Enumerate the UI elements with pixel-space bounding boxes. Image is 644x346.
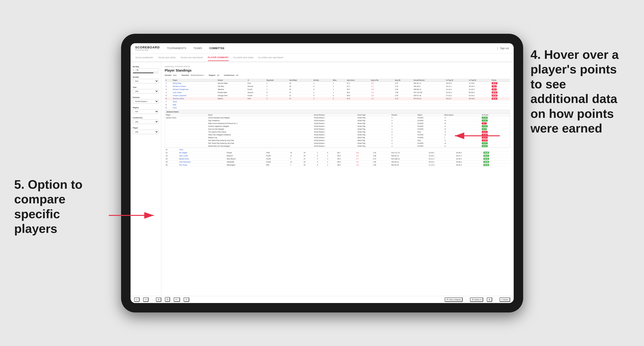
cell-yr: First	[247, 82, 266, 85]
cell-player[interactable]: Michael La Sasso	[172, 85, 217, 88]
cell-avg-sg	[394, 100, 413, 103]
points-badge[interactable]: 76.3	[492, 85, 497, 87]
cell-points[interactable]	[482, 148, 510, 151]
points-badge[interactable]: 60.58	[484, 152, 489, 154]
cell-points[interactable]: 58.49	[482, 164, 510, 167]
points-badge[interactable]: 60.89	[492, 94, 497, 97]
points-badge[interactable]: 58.18	[492, 98, 497, 100]
filter-conference-label: Conference:	[224, 74, 235, 76]
points-badge[interactable]: 60.02	[484, 158, 489, 160]
settings-button[interactable]: ⚙	[156, 297, 161, 302]
tt-cell-event: The Cypress Point Classic	[207, 130, 313, 133]
cell-points[interactable]: 76.3	[491, 85, 510, 88]
year-select[interactable]: (All)	[133, 89, 159, 94]
copy-button[interactable]: ⧉	[165, 297, 170, 302]
cell-vs-top50: 50-16-8	[468, 97, 491, 100]
cell-player[interactable]: Christo Lamprecht	[172, 94, 217, 97]
points-badge[interactable]: 59.95	[484, 161, 489, 163]
undo-button[interactable]: ↩	[134, 297, 140, 302]
cell-player[interactable]: Prest	[172, 106, 217, 109]
cell-points[interactable]: 70.2	[491, 88, 510, 91]
cell-adj-score: 68.7	[346, 88, 370, 91]
standings-table: # Player School Yr Reg Rank Conf Rank No…	[165, 79, 510, 110]
subnav-player-summary[interactable]: PLAYER SUMMARY	[208, 54, 229, 61]
cell-avg-sg: 2.34	[394, 94, 413, 97]
points-badge[interactable]: 68.94	[492, 91, 497, 94]
cell-points[interactable]	[491, 100, 510, 103]
points-badge[interactable]: 60.27	[484, 155, 489, 157]
cell-player[interactable]: Michael Thorbjornsen	[172, 88, 217, 91]
cell-school	[217, 106, 246, 109]
download-button[interactable]: ⬇	[487, 297, 492, 302]
cell-player[interactable]: Bastien Amat	[178, 157, 226, 160]
th-player: Player	[172, 79, 217, 82]
cell-no-rds: 0	[316, 160, 326, 164]
cell-player[interactable]: Ian Gilligan	[178, 151, 226, 154]
points-badge[interactable]: 88.27	[492, 82, 497, 84]
tt-cell-division: NCAA Division I	[313, 142, 357, 145]
cell-points[interactable]: 59.95	[482, 160, 510, 164]
player-select[interactable]: (All)	[133, 130, 159, 134]
arrow-4	[452, 129, 500, 143]
watch-button[interactable]: 👁 Watch ▾	[470, 297, 483, 302]
cell-points[interactable]: 60.27	[482, 154, 510, 157]
cell-player[interactable]: Cole Sherwood	[178, 160, 226, 164]
nav-teams[interactable]: TEAMS	[194, 46, 202, 50]
cell-player[interactable]: Petr Hruby	[178, 164, 226, 167]
tt-cell-status: PLAYED	[416, 116, 443, 119]
tt-cell-status: PLAYED	[416, 142, 443, 145]
cell-points[interactable]: 60.02	[482, 157, 510, 160]
cell-points[interactable]	[491, 103, 510, 106]
subnav-team-h2h-heatmap[interactable]: TEAM H2H HEATMAP	[180, 55, 203, 61]
subnav-player-h2h-heatmap[interactable]: PLAYER H2H HEATMAP	[258, 55, 283, 61]
tt-cell-event: Tiger Invitational	[207, 119, 313, 122]
cell-reg-rank: 2	[266, 97, 288, 100]
cell-points[interactable]	[491, 106, 510, 109]
cell-player[interactable]: Tochi...	[178, 148, 226, 151]
tt-cell-points: 53.60	[481, 119, 510, 122]
cell-player[interactable]: Mats	[172, 103, 217, 106]
cell-school: Georgia Tech	[217, 94, 246, 97]
conference-select[interactable]: (All)	[133, 120, 159, 124]
cell-points[interactable]: 60.58	[482, 151, 510, 154]
cell-player[interactable]: Wenyi Ding	[172, 82, 217, 85]
cell-player[interactable]: Luke Claton	[172, 91, 217, 94]
nav-tournaments[interactable]: TOURNAMENTS	[167, 46, 186, 50]
cell-points[interactable]: 58.18	[491, 97, 510, 100]
no-rds-from-input[interactable]	[136, 68, 159, 72]
powered-by: Powered by clippi	[135, 49, 160, 51]
gender-select[interactable]: Men	[133, 79, 159, 83]
cell-to-par: -3.7	[355, 157, 372, 160]
cell-points[interactable]: 60.89	[491, 94, 510, 97]
tt-cell-division: NCAA Division I	[313, 136, 357, 139]
division-select[interactable]: NCAA Division I	[133, 99, 159, 104]
cell-conf-rank: 15	[288, 82, 312, 85]
subnav-player-h2h-grid[interactable]: PLAYER H2H GRID	[234, 55, 254, 61]
cell-avg-sg	[394, 103, 413, 106]
subnav-team-h2h-grid[interactable]: TEAM H2H GRID	[158, 55, 176, 61]
cell-adj-score: 68.5	[336, 154, 355, 157]
cell-player[interactable]: Jackson Kohon	[172, 97, 217, 100]
cell-yr: Fourth	[265, 160, 289, 164]
tt-cell-division: NCAA Division I	[313, 128, 357, 130]
points-badge[interactable]: 70.2	[492, 88, 497, 90]
timer-button[interactable]: ⏱	[184, 297, 189, 302]
region-select[interactable]: N/A	[133, 109, 159, 114]
points-badge[interactable]: 58.49	[484, 164, 489, 166]
sign-out-link[interactable]: Sign out	[500, 47, 509, 50]
cell-player[interactable]: Jack Lundin	[178, 154, 226, 157]
cell-points[interactable]: 68.94	[491, 91, 510, 94]
slider	[133, 72, 159, 73]
cell-record: 616-168-12	[390, 157, 428, 160]
cell-no-rds: 1	[312, 82, 332, 85]
cell-school: Auburn	[217, 97, 246, 100]
share-button[interactable]: ⤴ Share	[500, 297, 510, 302]
tt-cell-event: Amer An Intercollegiate	[207, 128, 313, 130]
edit-button[interactable]: ✏ ·	[174, 297, 180, 302]
subnav-team-summary[interactable]: TEAM SUMMARY	[135, 55, 154, 61]
cell-player[interactable]: Niche	[172, 100, 217, 103]
nav-committee[interactable]: COMMITTEE	[209, 46, 225, 50]
redo-button[interactable]: ↪	[143, 297, 148, 302]
cell-points[interactable]: 88.27	[491, 82, 510, 85]
view-original-button[interactable]: 👁 View: Original	[445, 297, 462, 302]
